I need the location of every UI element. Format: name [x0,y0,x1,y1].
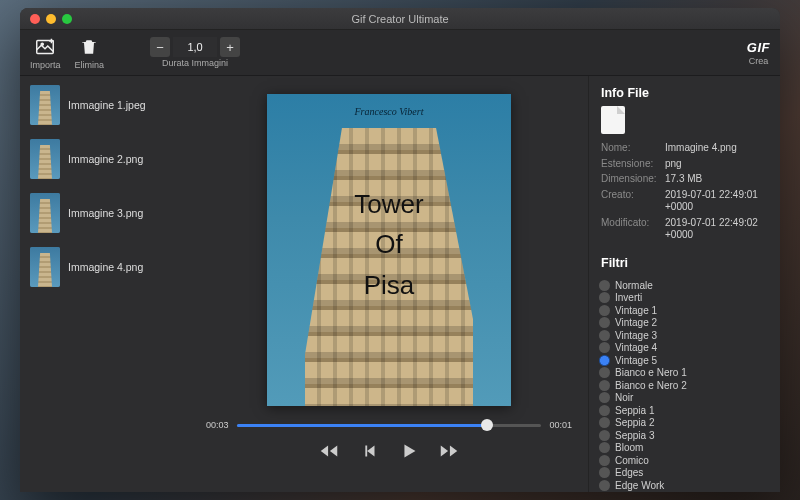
filter-option[interactable]: Normale [599,280,770,291]
filter-label: Normale [615,280,653,291]
filter-option[interactable]: Vintage 5 [599,355,770,366]
radio-icon [599,417,610,428]
trash-icon [77,35,101,59]
sidebar-item-label: Immagine 4.png [68,261,143,273]
radio-icon [599,280,610,291]
info-row: Creato:2019-07-01 22:49:01 +0000 [601,189,770,214]
overlay-line-1: Tower [267,184,511,224]
filter-option[interactable]: Seppia 2 [599,417,770,428]
sidebar-item[interactable]: Immagine 4.png [26,244,184,290]
prev-frame-icon[interactable] [358,440,380,462]
filter-label: Seppia 2 [615,417,654,428]
preview-credit: Francesco Vibert [267,106,511,117]
radio-icon [599,342,610,353]
main: Immagine 1.jpegImmagine 2.pngImmagine 3.… [20,76,780,492]
label-creato: Creato: [601,189,659,214]
filter-option[interactable]: Comico [599,455,770,466]
radio-icon [599,380,610,391]
filter-option[interactable]: Vintage 2 [599,317,770,328]
radio-icon [599,355,610,366]
sidebar-item-label: Immagine 1.jpeg [68,99,146,111]
filter-option[interactable]: Seppia 3 [599,430,770,441]
filter-label: Vintage 3 [615,330,657,341]
info-pane[interactable]: Info File Nome:Immagine 4.png Estensione… [588,76,780,492]
sidebar-item[interactable]: Immagine 2.png [26,136,184,182]
filter-label: Bianco e Nero 2 [615,380,687,391]
filter-option[interactable]: Vintage 1 [599,305,770,316]
rewind-icon[interactable] [318,440,340,462]
delete-button[interactable]: Elimina [75,35,105,70]
value-creato: 2019-07-01 22:49:01 +0000 [665,189,770,214]
playback-controls [318,440,460,462]
thumbnail [30,85,60,125]
import-label: Importa [30,60,61,70]
value-modificato: 2019-07-01 22:49:02 +0000 [665,217,770,242]
app-window: Gif Creator Ultimate Importa Elimina − 1… [20,8,780,492]
zoom-icon[interactable] [62,14,72,24]
create-label: Crea [749,56,769,66]
import-image-icon [33,35,57,59]
value-estensione: png [665,158,770,171]
filter-option[interactable]: Edges [599,467,770,478]
filter-label: Noir [615,392,633,403]
radio-icon [599,305,610,316]
timeline: 00:03 00:01 [196,420,582,430]
filters-heading: Filtri [601,256,770,270]
thumbnail [30,247,60,287]
timeline-knob[interactable] [481,419,493,431]
sidebar-item-label: Immagine 2.png [68,153,143,165]
radio-icon [599,467,610,478]
filter-option[interactable]: Bianco e Nero 2 [599,380,770,391]
radio-icon [599,317,610,328]
radio-icon [599,480,610,491]
preview-area: Francesco Vibert Tower Of Pisa 00:03 00:… [190,76,588,492]
duration-value[interactable]: 1,0 [173,37,217,57]
thumbnail [30,139,60,179]
label-nome: Nome: [601,142,659,155]
filter-option[interactable]: Vintage 3 [599,330,770,341]
sidebar[interactable]: Immagine 1.jpegImmagine 2.pngImmagine 3.… [20,76,190,492]
minimize-icon[interactable] [46,14,56,24]
overlay-line-3: Pisa [267,265,511,305]
filter-option[interactable]: Bianco e Nero 1 [599,367,770,378]
radio-icon [599,455,610,466]
window-controls [30,14,72,24]
overlay-line-2: Of [267,224,511,264]
time-total: 00:01 [549,420,572,430]
fast-forward-icon[interactable] [438,440,460,462]
info-heading: Info File [601,86,770,100]
sidebar-item[interactable]: Immagine 3.png [26,190,184,236]
filter-option[interactable]: Edge Work [599,480,770,491]
radio-icon [599,405,610,416]
radio-icon [599,430,610,441]
filter-option[interactable]: Noir [599,392,770,403]
filter-option[interactable]: Inverti [599,292,770,303]
duration-stepper-group: − 1,0 + Durata Immagini [150,37,240,68]
filter-label: Vintage 4 [615,342,657,353]
info-row: Nome:Immagine 4.png [601,142,770,155]
sidebar-item[interactable]: Immagine 1.jpeg [26,82,184,128]
filter-option[interactable]: Seppia 1 [599,405,770,416]
timeline-track[interactable] [237,424,542,427]
info-row: Modificato:2019-07-01 22:49:02 +0000 [601,217,770,242]
duration-increment[interactable]: + [220,37,240,57]
duration-decrement[interactable]: − [150,37,170,57]
filter-option[interactable]: Vintage 4 [599,342,770,353]
label-dimensione: Dimensione: [601,173,659,186]
filter-label: Bloom [615,442,643,453]
info-row: Estensione:png [601,158,770,171]
timeline-progress [237,424,487,427]
filter-option[interactable]: Bloom [599,442,770,453]
create-button[interactable]: GIF Crea [747,40,770,66]
svg-point-1 [41,43,43,45]
label-modificato: Modificato: [601,217,659,242]
filter-label: Comico [615,455,649,466]
filter-label: Edge Work [615,480,664,491]
document-icon [601,106,625,134]
close-icon[interactable] [30,14,40,24]
filter-label: Seppia 1 [615,405,654,416]
play-icon[interactable] [398,440,420,462]
radio-icon [599,442,610,453]
filters-section: Filtri NormaleInvertiVintage 1Vintage 2V… [601,256,770,493]
import-button[interactable]: Importa [30,35,61,70]
